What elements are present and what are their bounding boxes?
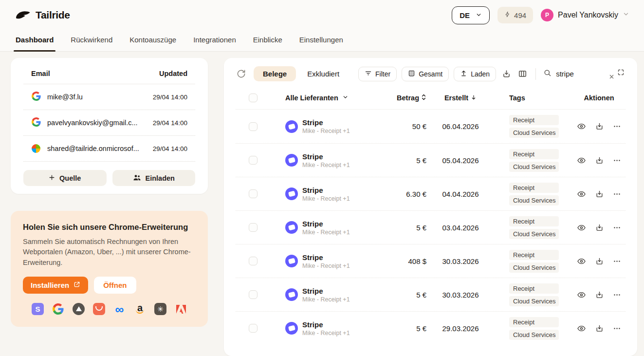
add-source-button[interactable]: Quelle <box>23 170 107 186</box>
upload-button[interactable]: Laden <box>454 67 496 81</box>
more-actions-icon[interactable] <box>612 222 622 233</box>
search-input[interactable] <box>556 70 601 78</box>
refresh-icon[interactable] <box>236 68 247 79</box>
document-tab[interactable]: Belege <box>254 66 296 81</box>
invite-button[interactable]: Einladen <box>112 170 196 186</box>
supplier-subtitle: Mike - Receipt +1 <box>302 195 350 202</box>
nav-tab[interactable]: Integrationen <box>192 30 237 51</box>
sort-descending-icon <box>471 94 477 102</box>
columns-icon[interactable] <box>517 68 528 79</box>
download-row-icon[interactable] <box>594 289 605 300</box>
row-checkbox[interactable] <box>249 189 258 198</box>
filter-button[interactable]: Filter <box>358 67 397 81</box>
install-extension-button[interactable]: Installieren <box>23 277 88 294</box>
credits-badge[interactable]: 494 <box>497 7 533 23</box>
view-icon[interactable] <box>576 121 587 132</box>
view-icon[interactable] <box>576 188 587 200</box>
email-source-row[interactable]: shared@tailride.onmicrosof... 29/04 14:0… <box>23 136 195 162</box>
app-root: Tailride DE 494 P Pavel Yankovskiy <box>0 0 644 356</box>
language-selector[interactable]: DE <box>452 6 490 24</box>
download-row-icon[interactable] <box>594 188 605 200</box>
nav-tab[interactable]: Einstellungen <box>298 30 344 51</box>
email-source-row[interactable]: pavelvyankovskiy@gmail.c... 29/04 14:00 <box>23 110 195 136</box>
row-actions <box>572 155 626 166</box>
amount-column-header[interactable]: Betrag <box>387 94 426 102</box>
clear-search-icon[interactable] <box>607 73 616 81</box>
download-row-icon[interactable] <box>594 155 605 166</box>
adobe-brand-icon <box>175 303 187 315</box>
supplier-name: Stripe <box>302 118 350 127</box>
left-column: Email Updated mike@3f.lu 29/04 14:00 <box>11 58 208 327</box>
created-column-header[interactable]: Erstellt <box>426 94 495 102</box>
stripe-supplier-icon <box>285 322 298 335</box>
nav-tab[interactable]: Kontoauszüge <box>129 30 177 51</box>
document-date: 04.04.2026 <box>426 190 495 198</box>
google-brand-icon <box>52 303 64 315</box>
tag-chip: Receipt <box>509 317 559 327</box>
email-address: mike@3f.lu <box>47 93 153 101</box>
tag-chip: Cloud Services <box>509 296 559 306</box>
document-amount: 5 € <box>387 324 426 333</box>
download-row-icon[interactable] <box>594 222 605 233</box>
stripe-supplier-icon <box>285 154 298 167</box>
tag-chip: Receipt <box>509 250 559 260</box>
tags-column-header: Tags <box>495 94 572 102</box>
more-actions-icon[interactable] <box>612 256 622 267</box>
chrome-extension-promo: Holen Sie sich unsere Chrome-Erweiterung… <box>11 211 208 327</box>
documents-toolbar: Belege Exkludiert Filter <box>236 65 626 86</box>
download-row-icon[interactable] <box>594 323 605 334</box>
document-date: 06.04.2026 <box>426 122 495 131</box>
document-tags: Receipt Cloud Services <box>495 149 572 172</box>
download-icon[interactable] <box>501 68 512 79</box>
row-checkbox[interactable] <box>249 290 258 299</box>
view-icon[interactable] <box>576 256 587 267</box>
download-row-icon[interactable] <box>594 121 605 132</box>
supplier-column-header[interactable]: Alle Lieferanten <box>271 94 387 102</box>
more-actions-icon[interactable] <box>612 188 622 200</box>
expand-fullscreen-icon[interactable] <box>616 68 626 77</box>
row-checkbox[interactable] <box>249 324 258 333</box>
more-actions-icon[interactable] <box>612 155 622 166</box>
row-checkbox[interactable] <box>249 223 258 232</box>
document-amount: 50 € <box>387 122 426 131</box>
row-checkbox[interactable] <box>249 257 258 265</box>
user-name: Pavel Yankovskiy <box>558 11 618 19</box>
more-actions-icon[interactable] <box>612 289 622 300</box>
open-extension-button[interactable]: Öffnen <box>94 277 136 294</box>
email-sources-panel: Email Updated mike@3f.lu 29/04 14:00 <box>11 58 208 194</box>
stripe-supplier-icon <box>285 187 298 200</box>
promo-description: Sammeln Sie automatisch Rechnungen von I… <box>23 237 196 268</box>
header-controls: DE 494 P Pavel Yankovskiy <box>452 6 629 24</box>
tag-chip: Receipt <box>509 115 559 125</box>
tag-chip: Cloud Services <box>509 162 559 172</box>
more-actions-icon[interactable] <box>612 121 622 132</box>
nav-tab[interactable]: Einblicke <box>252 30 283 51</box>
nav-tab[interactable]: Dashboard <box>15 30 55 51</box>
select-all-checkbox[interactable] <box>249 94 258 102</box>
view-icon[interactable] <box>576 155 587 166</box>
view-icon[interactable] <box>576 323 587 334</box>
calculator-icon <box>408 70 415 78</box>
promo-actions: Installieren Öffnen <box>23 277 196 294</box>
more-actions-icon[interactable] <box>612 323 622 334</box>
main-nav: Dashboard Rückwirkend Kontoauszüge Integ… <box>0 30 644 52</box>
amazon-brand-icon <box>134 303 146 315</box>
document-row: Stripe Mike - Receipt +1 408 $ 30.03.202… <box>236 244 626 278</box>
total-button[interactable]: Gesamt <box>402 67 449 81</box>
email-source-row[interactable]: mike@3f.lu 29/04 14:00 <box>23 84 195 110</box>
chevron-down-icon <box>476 11 482 19</box>
tag-chip: Receipt <box>509 283 559 294</box>
view-icon[interactable] <box>576 222 587 233</box>
view-icon[interactable] <box>576 289 587 300</box>
supplier-subtitle: Mike - Receipt +1 <box>302 296 350 303</box>
download-row-icon[interactable] <box>594 256 605 267</box>
updated-column-header: Updated <box>159 70 187 77</box>
toolbar-divider <box>535 68 536 80</box>
row-checkbox[interactable] <box>249 122 258 131</box>
nav-tab[interactable]: Rückwirkend <box>70 30 113 51</box>
document-tab[interactable]: Exkludiert <box>298 66 349 81</box>
row-checkbox[interactable] <box>249 156 258 165</box>
microsoft-icon <box>32 144 40 153</box>
document-date: 29.03.2026 <box>426 324 495 333</box>
user-menu[interactable]: P Pavel Yankovskiy <box>541 9 629 21</box>
